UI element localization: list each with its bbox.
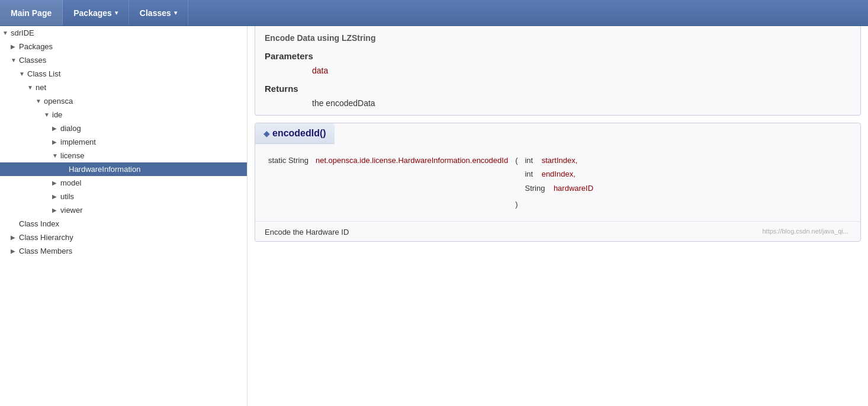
sig-class-link[interactable]: net.opensca.ide.license.HardwareInformat… bbox=[316, 156, 508, 165]
toggle-implement: ▶ bbox=[52, 139, 60, 145]
toggle-net: ▼ bbox=[27, 84, 36, 91]
partial-title: Encode Data using LZString bbox=[265, 33, 851, 43]
toggle-ide: ▼ bbox=[44, 111, 52, 118]
sidebar-label-dialog: dialog bbox=[60, 124, 81, 133]
sidebar-label-class-list: Class List bbox=[27, 69, 60, 78]
returns-label: Returns bbox=[265, 84, 851, 94]
toggle-class-list: ▼ bbox=[19, 71, 27, 77]
method-name: encodedId() bbox=[272, 128, 326, 138]
sidebar-label-opensca: opensca bbox=[44, 97, 73, 106]
toggle-opensca: ▼ bbox=[36, 98, 44, 104]
sidebar-item-utils[interactable]: ▶ utils bbox=[0, 190, 247, 203]
sidebar-label-implement: implement bbox=[60, 138, 96, 146]
sidebar: ▼ sdrIDE ▶ Packages ▼ Classes ▼ Class Li… bbox=[0, 26, 247, 406]
sidebar-label-class-hierarchy: Class Hierarchy bbox=[19, 233, 73, 242]
signature-close-row: ) bbox=[265, 196, 597, 212]
sidebar-item-hardware-information[interactable]: HardwareInformation bbox=[0, 162, 247, 176]
sig-params-col: int startIndex, int endIndex, String har… bbox=[521, 152, 597, 196]
toggle-class-members: ▶ bbox=[11, 248, 19, 254]
signature-table: static String net.opensca.ide.license.Ha… bbox=[265, 152, 597, 213]
method-footer: Encode the Hardware ID https://blog.csdn… bbox=[255, 221, 860, 241]
main-layout: ▼ sdrIDE ▶ Packages ▼ Classes ▼ Class Li… bbox=[0, 26, 868, 406]
sidebar-label-net: net bbox=[36, 83, 46, 92]
sidebar-item-ide[interactable]: ▼ ide bbox=[0, 108, 247, 122]
sidebar-item-dialog[interactable]: ▶ dialog bbox=[0, 122, 247, 135]
params-section: Parameters data bbox=[265, 51, 851, 75]
param-value: data bbox=[265, 66, 851, 75]
sidebar-item-sdrIDE[interactable]: ▼ sdrIDE bbox=[0, 26, 247, 40]
sig-param1-name[interactable]: startIndex, bbox=[542, 156, 578, 165]
method-body: static String net.opensca.ide.license.Ha… bbox=[255, 144, 860, 221]
toggle-classes: ▼ bbox=[11, 57, 19, 63]
toggle-viewer: ▶ bbox=[52, 207, 60, 213]
navbar: Main Page Packages ▾ Classes ▾ bbox=[0, 0, 868, 26]
sidebar-item-opensca[interactable]: ▼ opensca bbox=[0, 94, 247, 108]
toggle-sdrIDE: ▼ bbox=[2, 30, 11, 36]
method-diamond-icon: ◆ bbox=[263, 129, 270, 138]
partial-section: Encode Data using LZString Parameters da… bbox=[255, 26, 861, 116]
sig-static-string: static String bbox=[265, 152, 312, 196]
sidebar-label-utils: utils bbox=[60, 192, 74, 201]
method-signature: static String net.opensca.ide.license.Ha… bbox=[265, 152, 851, 213]
sig-param-3: String hardwareID bbox=[525, 181, 593, 195]
method-header: ◆encodedId() bbox=[255, 123, 860, 144]
sig-param-1: int startIndex, bbox=[525, 154, 593, 167]
sidebar-label-model: model bbox=[60, 178, 81, 187]
sidebar-label-viewer: viewer bbox=[60, 206, 83, 215]
content-area: Encode Data using LZString Parameters da… bbox=[247, 26, 868, 406]
sidebar-item-packages[interactable]: ▶ Packages bbox=[0, 40, 247, 53]
navbar-packages-arrow: ▾ bbox=[115, 9, 118, 16]
params-label: Parameters bbox=[265, 51, 851, 61]
sidebar-item-net[interactable]: ▼ net bbox=[0, 81, 247, 94]
toggle-class-hierarchy: ▶ bbox=[11, 234, 19, 241]
sig-param3-name[interactable]: hardwareID bbox=[554, 184, 593, 193]
sidebar-item-class-list[interactable]: ▼ Class List bbox=[0, 67, 247, 81]
sidebar-label-license: license bbox=[60, 151, 84, 160]
sidebar-item-classes[interactable]: ▼ Classes bbox=[0, 53, 247, 67]
navbar-classes[interactable]: Classes ▾ bbox=[129, 0, 188, 25]
sig-class-name: net.opensca.ide.license.HardwareInformat… bbox=[312, 152, 512, 196]
sidebar-item-class-hierarchy[interactable]: ▶ Class Hierarchy bbox=[0, 231, 247, 244]
sig-open-paren: ( bbox=[512, 152, 521, 196]
navbar-main-page-label: Main Page bbox=[11, 8, 52, 18]
sidebar-label-hardware-information: HardwareInformation bbox=[69, 165, 140, 174]
method-box-encoded-id: ◆encodedId() static String net.opensca.i… bbox=[255, 123, 861, 242]
navbar-packages[interactable]: Packages ▾ bbox=[63, 0, 129, 25]
sidebar-label-sdrIDE: sdrIDE bbox=[11, 28, 34, 37]
navbar-classes-label: Classes bbox=[140, 8, 171, 18]
sidebar-label-classes: Classes bbox=[19, 56, 46, 65]
method-description: Encode the Hardware ID bbox=[265, 228, 349, 236]
navbar-main-page[interactable]: Main Page bbox=[0, 0, 63, 25]
signature-row: static String net.opensca.ide.license.Ha… bbox=[265, 152, 597, 196]
sidebar-item-implement[interactable]: ▶ implement bbox=[0, 135, 247, 149]
sig-param2-name[interactable]: endIndex, bbox=[542, 170, 576, 178]
returns-section: Returns the encodedData bbox=[265, 84, 851, 108]
sig-param-2: int endIndex, bbox=[525, 167, 593, 181]
sig-empty bbox=[265, 196, 512, 212]
returns-value: the encodedData bbox=[265, 98, 851, 108]
toggle-dialog: ▶ bbox=[52, 125, 60, 132]
sig-close-paren: ) bbox=[512, 196, 521, 212]
navbar-classes-arrow: ▾ bbox=[174, 9, 177, 16]
sidebar-item-class-index[interactable]: Class Index bbox=[0, 217, 247, 231]
toggle-packages: ▶ bbox=[11, 43, 19, 50]
sidebar-label-class-index: Class Index bbox=[19, 219, 59, 228]
sidebar-label-packages: Packages bbox=[19, 42, 53, 51]
toggle-license: ▼ bbox=[52, 152, 60, 159]
watermark-text: https://blog.csdn.net/java_qi... bbox=[762, 228, 851, 235]
sidebar-item-license[interactable]: ▼ license bbox=[0, 149, 247, 162]
sidebar-item-model[interactable]: ▶ model bbox=[0, 176, 247, 190]
navbar-packages-label: Packages bbox=[73, 8, 112, 18]
sidebar-item-class-members[interactable]: ▶ Class Members bbox=[0, 244, 247, 258]
sidebar-label-class-members: Class Members bbox=[19, 247, 72, 255]
sidebar-item-viewer[interactable]: ▶ viewer bbox=[0, 203, 247, 217]
toggle-utils: ▶ bbox=[52, 193, 60, 200]
toggle-model: ▶ bbox=[52, 180, 60, 186]
sidebar-label-ide: ide bbox=[52, 110, 62, 119]
